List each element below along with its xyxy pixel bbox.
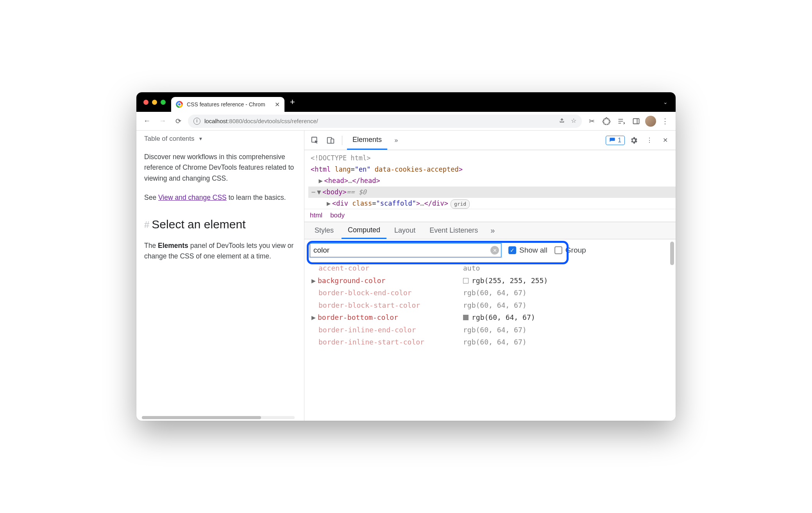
elements-panel-paragraph: The Elements panel of DevTools lets you … <box>144 240 296 262</box>
color-swatch-icon[interactable] <box>463 278 469 283</box>
dom-head[interactable]: ▶<head>…</head> <box>308 175 676 187</box>
property-value: rgb(60, 64, 67) <box>463 287 527 299</box>
settings-icon[interactable] <box>627 134 640 147</box>
computed-property-row[interactable]: ▶border-bottom-colorrgb(60, 64, 67) <box>311 311 676 324</box>
forward-button[interactable]: → <box>157 115 168 127</box>
bookmark-icon[interactable]: ☆ <box>571 117 576 126</box>
property-name: ▶background-color <box>311 274 463 287</box>
svg-rect-4 <box>331 139 334 143</box>
subtab-computed[interactable]: Computed <box>342 222 386 239</box>
dom-body-selected[interactable]: ⋯ ▼<body> == $0 <box>308 187 676 198</box>
playlist-icon[interactable] <box>615 115 627 127</box>
subtab-event-listeners[interactable]: Event Listeners <box>423 222 484 239</box>
dom-div[interactable]: ▶<div class="scaffold">…</div>grid <box>308 198 676 209</box>
computed-property-row[interactable]: ▶background-colorrgb(255, 255, 255) <box>311 274 676 287</box>
body-strong: Elements <box>158 242 188 249</box>
inspect-element-icon[interactable] <box>308 134 322 147</box>
extensions-icon[interactable] <box>601 115 612 127</box>
property-value: auto <box>463 262 480 274</box>
computed-property-list: accent-colorauto▶background-colorrgb(255… <box>304 261 676 421</box>
subtab-layout-label: Layout <box>394 226 415 235</box>
show-all-checkbox[interactable]: ✓ Show all <box>508 246 547 255</box>
clear-filter-icon[interactable]: ✕ <box>490 246 499 255</box>
computed-controls: ✕ ✓ Show all Group <box>304 239 676 261</box>
expand-triangle-icon[interactable]: ▶ <box>311 274 318 287</box>
more-subtabs-icon[interactable]: » <box>490 226 495 235</box>
computed-filter-input[interactable] <box>310 243 501 257</box>
more-tabs-icon[interactable]: » <box>390 134 403 147</box>
expand-triangle-icon[interactable]: ▶ <box>311 311 318 324</box>
tab-title: CSS features reference - Chrom <box>187 101 271 108</box>
share-icon[interactable] <box>558 117 565 126</box>
chevron-down-icon: ▼ <box>199 135 203 143</box>
horizontal-scrollbar[interactable] <box>142 416 295 419</box>
computed-property-row[interactable]: border-inline-start-colorrgb(60, 64, 67) <box>311 336 676 348</box>
table-of-contents-toggle[interactable]: Table of contents ▼ <box>144 134 296 144</box>
svg-rect-0 <box>633 118 639 124</box>
dom-doctype[interactable]: <!DOCTYPE html> <box>308 152 676 164</box>
property-value: rgb(60, 64, 67) <box>463 311 535 324</box>
content-area: Table of contents ▼ Discover new workflo… <box>136 131 676 421</box>
chrome-favicon-icon <box>176 101 183 108</box>
color-swatch-icon[interactable] <box>463 315 469 320</box>
devtools-menu-icon[interactable]: ⋮ <box>643 134 656 147</box>
dom-breadcrumbs: html body <box>304 209 676 222</box>
checkbox-checked-icon: ✓ <box>508 246 516 254</box>
tab-strip: CSS features reference - Chrom ✕ + ⌄ <box>136 92 676 112</box>
crumb-html[interactable]: html <box>310 212 322 219</box>
separator <box>342 136 342 145</box>
dom-tree[interactable]: <!DOCTYPE html> <html lang="en" data-coo… <box>304 150 676 209</box>
computed-property-row[interactable]: border-block-end-colorrgb(60, 64, 67) <box>311 287 676 299</box>
body-prefix: The <box>144 242 158 249</box>
property-name: border-inline-end-color <box>311 324 463 336</box>
scissors-icon[interactable]: ✂ <box>586 115 597 127</box>
issues-badge[interactable]: 1 <box>606 136 625 145</box>
fullscreen-window-button[interactable] <box>161 100 166 105</box>
subtab-styles[interactable]: Styles <box>308 222 340 239</box>
url-path: /docs/devtools/css/reference/ <box>242 118 318 124</box>
computed-property-row[interactable]: accent-colorauto <box>311 262 676 274</box>
new-tab-button[interactable]: + <box>290 97 295 107</box>
dom-html[interactable]: <html lang="en" data-cookies-accepted> <box>308 164 676 175</box>
select-element-heading: # Select an element <box>144 215 296 234</box>
tab-elements-label: Elements <box>352 136 382 144</box>
show-all-label: Show all <box>519 246 547 255</box>
issues-count: 1 <box>618 137 621 144</box>
close-window-button[interactable] <box>143 100 148 105</box>
property-name: ▶border-bottom-color <box>311 311 463 324</box>
address-bar[interactable]: i localhost:8080/docs/devtools/css/refer… <box>188 115 582 128</box>
profile-avatar[interactable] <box>645 116 656 127</box>
side-panel-icon[interactable] <box>630 115 642 127</box>
devtools-panel: Elements » 1 ⋮ ✕ <!DOCTYPE html> <html l… <box>304 131 676 421</box>
devtools-tabbar: Elements » 1 ⋮ ✕ <box>304 131 676 150</box>
subtab-layout[interactable]: Layout <box>388 222 422 239</box>
subtab-listeners-label: Event Listeners <box>429 226 478 235</box>
computed-property-row[interactable]: border-inline-end-colorrgb(60, 64, 67) <box>311 324 676 336</box>
tab-elements[interactable]: Elements <box>347 131 387 150</box>
back-button[interactable]: ← <box>141 115 153 127</box>
close-tab-button[interactable]: ✕ <box>275 101 280 108</box>
close-devtools-icon[interactable]: ✕ <box>658 134 672 147</box>
toc-label: Table of contents <box>144 134 195 144</box>
reload-button[interactable]: ⟳ <box>172 115 184 127</box>
see-paragraph: See View and change CSS to learn the bas… <box>144 192 296 203</box>
computed-property-row[interactable]: border-block-start-colorrgb(60, 64, 67) <box>311 299 676 312</box>
subtab-styles-label: Styles <box>315 226 334 235</box>
property-value: rgb(255, 255, 255) <box>463 274 548 287</box>
group-checkbox[interactable]: Group <box>554 246 586 255</box>
crumb-body[interactable]: body <box>330 212 345 219</box>
browser-tab[interactable]: CSS features reference - Chrom ✕ <box>171 97 284 112</box>
see-suffix: to learn the basics. <box>227 194 286 201</box>
checkbox-unchecked-icon <box>554 246 562 254</box>
property-name: accent-color <box>311 262 463 274</box>
minimize-window-button[interactable] <box>152 100 157 105</box>
device-toolbar-icon[interactable] <box>324 134 337 147</box>
tabs-overflow-button[interactable]: ⌄ <box>663 99 668 105</box>
browser-menu-button[interactable]: ⋮ <box>659 115 671 127</box>
property-name: border-inline-start-color <box>311 336 463 348</box>
grid-badge[interactable]: grid <box>451 199 470 209</box>
view-change-css-link[interactable]: View and change CSS <box>158 194 227 201</box>
browser-toolbar: ← → ⟳ i localhost:8080/docs/devtools/css… <box>136 112 676 131</box>
site-info-icon[interactable]: i <box>193 118 200 125</box>
property-value: rgb(60, 64, 67) <box>463 324 527 336</box>
